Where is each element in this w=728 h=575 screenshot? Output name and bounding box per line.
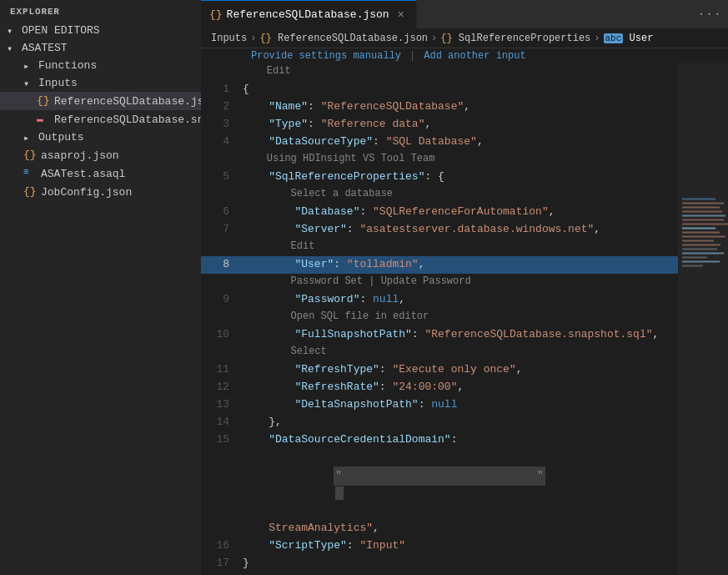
breadcrumb-sqlrefprops[interactable]: {} SqlReferenceProperties — [440, 33, 590, 44]
db-icon: ▬ — [37, 113, 50, 126]
editor-area: {} ReferenceSQLDatabase.json × ··· Input… — [201, 0, 728, 575]
svg-rect-8 — [682, 228, 715, 229]
tab-label: ReferenceSQLDatabase.json — [227, 8, 389, 21]
code-line-2: 2 "Name": "ReferenceSQLDatabase", — [201, 98, 678, 116]
code-line-17: 17 } — [201, 555, 678, 572]
code-line-16: 16 "ScriptType": "Input" — [201, 537, 678, 555]
asaql-icon: ≡ — [23, 167, 37, 180]
sidebar-item-jobconfig[interactable]: {} JobConfig.json — [0, 183, 201, 201]
annotation-edit-2: Edit — [201, 239, 678, 256]
svg-rect-17 — [682, 265, 703, 267]
code-line-15: 15 "DataSourceCredentialDomain": — [201, 431, 678, 449]
code-editor[interactable]: Edit 1 { 2 "Name": "ReferenceSQLDatabase… — [201, 63, 728, 575]
code-line-14: 14 }, — [201, 414, 678, 431]
jobconfig-label: JobConfig.json — [41, 186, 132, 199]
annotation-hdinsight: Using HDInsight VS Tool Team — [201, 151, 678, 169]
sidebar-item-outputs[interactable]: Outputs — [0, 129, 201, 146]
code-line-12: 12 "RefreshRate": "24:00:00", — [201, 379, 678, 396]
svg-rect-7 — [682, 224, 728, 225]
code-line-4: 4 "DataSourceType": "SQL Database", — [201, 134, 678, 151]
sidebar-item-functions[interactable]: Functions — [0, 57, 201, 74]
provide-settings-link[interactable]: Provide settings manually — [251, 50, 401, 62]
breadcrumb-referencesql[interactable]: {} ReferenceSQLDatabase.json — [259, 33, 428, 44]
svg-rect-5 — [682, 215, 725, 217]
svg-rect-11 — [682, 240, 714, 242]
annotation-edit-1: Edit — [201, 63, 678, 81]
breadcrumb: Inputs › {} ReferenceSQLDatabase.json › … — [201, 29, 728, 48]
json-icon: {} — [37, 94, 50, 108]
jobconfig-json-icon: {} — [23, 185, 37, 199]
svg-rect-12 — [682, 245, 720, 246]
minimap — [678, 63, 728, 575]
referencesql-sn-label: ReferenceSQLDatabase.sn... — [54, 113, 201, 126]
code-line-9: 9 "Password": null, — [201, 291, 678, 309]
code-line-5: 5 "SqlReferenceProperties": { — [201, 169, 678, 186]
tab-bar: {} ReferenceSQLDatabase.json × ··· — [201, 0, 728, 29]
svg-rect-3 — [682, 207, 720, 209]
outputs-chevron — [23, 132, 35, 144]
minimap-svg — [678, 63, 728, 575]
annotation-password: Password Set | Update Password — [201, 274, 678, 291]
inputs-label: Inputs — [38, 77, 78, 89]
annotation-select-db: Select a database — [201, 186, 678, 204]
svg-rect-6 — [682, 219, 724, 221]
open-editors-header[interactable]: OPEN EDITORS — [0, 22, 201, 39]
tab-icon: {} — [209, 8, 223, 21]
code-line-1: 1 { — [201, 81, 678, 98]
asatest-label: ASATEST — [22, 42, 68, 54]
svg-rect-1 — [682, 199, 715, 200]
sidebar-item-referencesql-json[interactable]: {} ReferenceSQLDatabase.json — [0, 92, 201, 110]
code-line-11: 11 "RefreshType": "Execute only once", — [201, 361, 678, 379]
sidebar-item-inputs[interactable]: Inputs — [0, 74, 201, 92]
sidebar-item-referencesql-sn[interactable]: ▬ ReferenceSQLDatabase.sn... — [0, 110, 201, 129]
breadcrumb-inputs[interactable]: Inputs — [211, 33, 247, 44]
sidebar: EXPLORER OPEN EDITORS ASATEST Functions … — [0, 0, 201, 575]
asatest-chevron — [7, 43, 18, 54]
code-line-10: 10 "FullSnapshotPath": "ReferenceSQLData… — [201, 326, 678, 344]
tab-referencesql[interactable]: {} ReferenceSQLDatabase.json × — [201, 0, 417, 29]
code-line-6: 6 "Database": "SQLReferenceForAutomation… — [201, 204, 678, 221]
asaql-label: ASATest.asaql — [41, 168, 125, 180]
code-line-3: 3 "Type": "Reference data", — [201, 116, 678, 134]
editor-toolbar: Provide settings manually | Add another … — [201, 48, 728, 63]
code-line-13: 13 "DeltaSnapshotPath": null — [201, 396, 678, 414]
breadcrumb-user[interactable]: abc User — [604, 33, 654, 44]
tab-more-button[interactable]: ··· — [690, 7, 728, 22]
tab-close-button[interactable]: × — [394, 8, 408, 22]
code-line-streamanalytics: StreamAnalytics", — [201, 520, 678, 537]
svg-rect-4 — [682, 211, 722, 213]
asaproj-label: asaproj.json — [41, 149, 119, 162]
open-editors-label: OPEN EDITORS — [22, 24, 100, 37]
add-another-input-link[interactable]: Add another input — [424, 50, 525, 62]
annotation-open-sql: Open SQL file in editor — [201, 309, 678, 326]
svg-rect-10 — [682, 236, 725, 238]
svg-rect-16 — [682, 261, 720, 263]
sidebar-item-asaproj[interactable]: {} asaproj.json — [0, 146, 201, 164]
svg-rect-14 — [682, 253, 724, 255]
svg-rect-9 — [682, 232, 720, 234]
inputs-chevron — [23, 78, 35, 89]
outputs-label: Outputs — [38, 131, 84, 144]
referencesql-json-label: ReferenceSQLDatabase.json — [54, 95, 201, 108]
open-editors-chevron — [7, 25, 18, 37]
functions-label: Functions — [38, 59, 97, 72]
sidebar-item-asatest-asaql[interactable]: ≡ ASATest.asaql — [0, 164, 201, 183]
svg-rect-15 — [682, 257, 707, 259]
sidebar-title: EXPLORER — [0, 0, 201, 22]
functions-chevron — [23, 60, 35, 72]
asatest-header[interactable]: ASATEST — [0, 39, 201, 57]
code-line-7: 7 "Server": "asatestserver.database.wind… — [201, 221, 678, 239]
svg-rect-2 — [682, 203, 724, 204]
code-line-completion: " " — [201, 449, 678, 520]
svg-rect-13 — [682, 249, 717, 250]
annotation-select: Select — [201, 344, 678, 361]
asaproj-json-icon: {} — [23, 149, 37, 162]
code-line-8: 8 "User": "tolladmin", — [201, 256, 678, 274]
